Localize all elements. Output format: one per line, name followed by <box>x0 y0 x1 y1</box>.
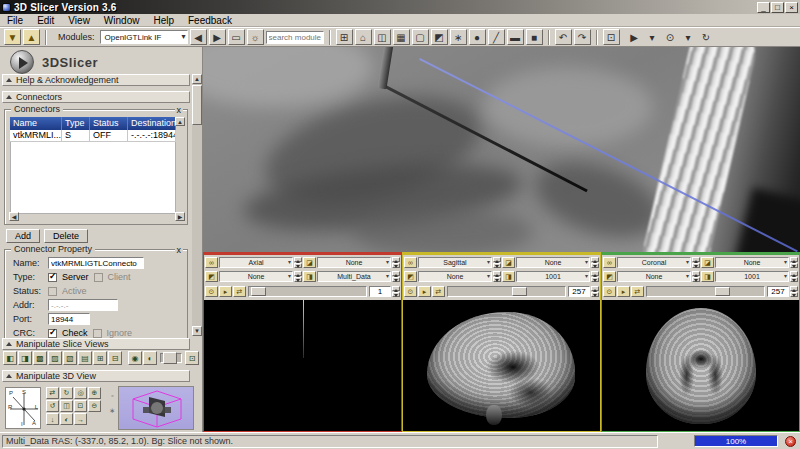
add-button[interactable]: Add <box>6 229 40 243</box>
place-fiducial-icon[interactable]: ⊙ <box>662 29 679 45</box>
manipulate-slice-views-header[interactable]: Manipulate Slice Views <box>2 338 190 350</box>
layout-conventional-icon[interactable]: ⌂ <box>355 29 372 45</box>
slice-rock-icon[interactable]: ◐ <box>143 351 157 365</box>
col-type[interactable]: Type <box>62 117 90 130</box>
slice-viewport[interactable] <box>602 300 799 431</box>
client-checkbox[interactable] <box>94 273 103 282</box>
labelmap-spinner[interactable] <box>493 271 501 282</box>
zoom-in-icon[interactable]: ⊕ <box>88 387 101 399</box>
undo-icon[interactable]: ↶ <box>555 29 572 45</box>
layout-grid-icon[interactable]: ▦ <box>393 29 410 45</box>
background-selector[interactable]: 1001 <box>715 271 789 282</box>
view-3d[interactable] <box>203 47 800 252</box>
help-acknowledgement-header[interactable]: Help & Acknowledgement <box>2 74 190 86</box>
menu-item-window[interactable]: Window <box>97 15 147 26</box>
slice-fov-icon[interactable]: ◉ <box>128 351 142 365</box>
connectors-table-header[interactable]: Name Type Status Destination <box>10 117 176 130</box>
label-icon[interactable]: ◩ <box>205 271 218 282</box>
slice-offset-slider[interactable] <box>646 286 765 297</box>
connectors-close-icon[interactable]: x <box>175 105 184 115</box>
menu-item-edit[interactable]: Edit <box>30 15 61 26</box>
sphere-marker-icon[interactable]: ● <box>469 29 486 45</box>
foreground-spinner[interactable] <box>392 257 400 268</box>
rotate-view-icon[interactable]: ↺ <box>46 400 59 412</box>
slice-viewport[interactable] <box>204 300 401 431</box>
view-refresh-icon[interactable]: ↻ <box>698 29 715 45</box>
zoom-out-icon[interactable]: ⊖ <box>88 400 101 412</box>
scrollbar-thumb[interactable] <box>192 85 202 125</box>
port-field[interactable] <box>48 313 90 325</box>
delete-button[interactable]: Delete <box>44 229 88 243</box>
close-icon[interactable]: × <box>785 2 798 13</box>
addr-field[interactable] <box>48 299 118 311</box>
slice-offset-slider[interactable] <box>447 286 566 297</box>
expand-icon[interactable]: ▸ <box>418 286 431 297</box>
connectors-section-header[interactable]: Connectors <box>2 91 190 103</box>
foreground-selector[interactable]: None <box>516 257 590 268</box>
slice-offset-spinner[interactable] <box>392 286 400 297</box>
expand-icon[interactable]: ▸ <box>617 286 630 297</box>
foreground-spinner[interactable] <box>790 257 798 268</box>
slice-offset-value[interactable]: 1 <box>369 286 391 297</box>
background-selector[interactable]: Multi_Data <box>317 271 391 282</box>
orientation-spinner[interactable] <box>493 257 501 268</box>
lightbox-icon[interactable]: ▬ <box>507 29 524 45</box>
menu-item-help[interactable]: Help <box>146 15 181 26</box>
slice-interpolate-icon[interactable]: ▧ <box>63 351 77 365</box>
background-spinner[interactable] <box>790 271 798 282</box>
menu-item-file[interactable]: File <box>0 15 30 26</box>
slice-annotation-icon[interactable]: ▤ <box>78 351 92 365</box>
minimize-icon[interactable]: _ <box>757 2 770 13</box>
module-history-icon[interactable]: ▭ <box>228 29 245 45</box>
slice-visibility-icon[interactable]: ▩ <box>33 351 47 365</box>
server-checkbox[interactable] <box>48 273 57 282</box>
slice-offset-value[interactable]: 257 <box>767 286 789 297</box>
fiducial-list-icon[interactable]: ∗ <box>450 29 467 45</box>
slice-offset-spinner[interactable] <box>591 286 599 297</box>
foreground-spinner[interactable] <box>591 257 599 268</box>
background-spinner[interactable] <box>392 271 400 282</box>
foreground-icon[interactable]: ◪ <box>502 257 515 268</box>
search-input[interactable] <box>266 31 324 44</box>
fit-icon[interactable]: ⇄ <box>631 286 644 297</box>
fit-icon[interactable]: ⇄ <box>233 286 246 297</box>
slice-opacity-slider[interactable] <box>160 353 182 363</box>
layout-3d-only-icon[interactable]: ▢ <box>412 29 429 45</box>
slider-handle[interactable] <box>715 287 730 296</box>
save-scene-icon[interactable]: ▲ <box>23 29 40 45</box>
ruler-icon[interactable]: ╱ <box>488 29 505 45</box>
cancel-icon[interactable]: × <box>785 436 796 447</box>
foreground-selector[interactable]: None <box>715 257 789 268</box>
layout-dual3d-icon[interactable]: ◫ <box>374 29 391 45</box>
place-fiducial-dropdown-icon[interactable]: ▾ <box>680 29 697 45</box>
look-down-icon[interactable]: ↓ <box>46 413 59 425</box>
fly-view-icon[interactable]: → <box>74 413 87 425</box>
menu-item-view[interactable]: View <box>61 15 97 26</box>
orientation-spinner[interactable] <box>294 257 302 268</box>
label-icon[interactable]: ◩ <box>404 271 417 282</box>
slice-screenshot-icon[interactable]: ⊡ <box>185 351 199 365</box>
redo-icon[interactable]: ↷ <box>574 29 591 45</box>
manipulate-3d-view-header[interactable]: Manipulate 3D View <box>2 370 190 382</box>
label-icon[interactable]: ◩ <box>603 271 616 282</box>
background-selector[interactable]: 1001 <box>516 271 590 282</box>
slice-viewport[interactable] <box>403 300 600 431</box>
link-icon[interactable]: ∞ <box>205 257 218 268</box>
slice-link-icon[interactable]: ◨ <box>18 351 32 365</box>
ignore-checkbox[interactable] <box>93 329 102 338</box>
active-checkbox[interactable] <box>48 287 57 296</box>
orientation-selector[interactable]: Axial <box>219 257 293 268</box>
previous-module-icon[interactable]: ◀ <box>190 29 207 45</box>
visibility-icon[interactable]: ⊙ <box>404 286 417 297</box>
orientation-spinner[interactable] <box>692 257 700 268</box>
link-icon[interactable]: ∞ <box>404 257 417 268</box>
slider-handle[interactable] <box>251 287 266 296</box>
orientation-selector[interactable]: Coronal <box>617 257 691 268</box>
expand-icon[interactable]: ▸ <box>219 286 232 297</box>
background-icon[interactable]: ◨ <box>303 271 316 282</box>
table-row[interactable]: vtkMRMLI... S OFF -.-.-.-:18944 <box>10 130 176 142</box>
slice-offset-value[interactable]: 257 <box>568 286 590 297</box>
scroll-up-icon[interactable]: ▲ <box>192 74 202 84</box>
fit-icon[interactable]: ⇄ <box>432 286 445 297</box>
background-spinner[interactable] <box>591 271 599 282</box>
